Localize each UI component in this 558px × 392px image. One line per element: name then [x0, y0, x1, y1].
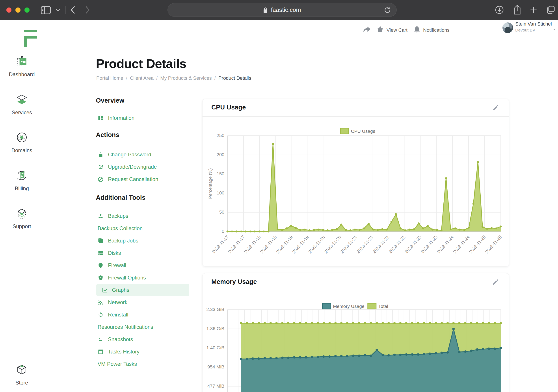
sidebar-item-store[interactable]: Store — [0, 363, 44, 386]
menu-item-information[interactable]: Information — [96, 112, 189, 124]
sync-icon — [98, 312, 104, 318]
svg-text:2023-11-23: 2023-11-23 — [404, 235, 422, 254]
copy-icon — [98, 238, 104, 244]
breadcrumb-product-details: Product Details — [218, 75, 251, 81]
view-cart-button[interactable]: View Cart — [387, 27, 408, 33]
page-title: Product Details — [96, 56, 186, 71]
window-close-button[interactable] — [6, 8, 11, 13]
memory-card-title: Memory Usage — [211, 278, 257, 285]
svg-text:250: 250 — [217, 133, 224, 138]
sidebar-item-services[interactable]: Services — [0, 93, 44, 116]
edit-pencil-icon[interactable] — [492, 279, 499, 286]
menu-item-label: Backup Jobs — [108, 238, 138, 244]
menu-item-label: Resources Notifications — [98, 324, 153, 330]
menu-item-network[interactable]: Network — [96, 296, 189, 308]
svg-text:954 MiB: 954 MiB — [207, 364, 224, 369]
downloads-icon[interactable] — [495, 6, 504, 14]
svg-text:100: 100 — [217, 190, 224, 195]
address-bar[interactable]: faastic.com — [167, 3, 397, 17]
menu-item-reinstall[interactable]: Reinstall — [96, 308, 189, 321]
sidebar-item-support[interactable]: Support — [0, 207, 44, 230]
breadcrumb: Portal Home/Client Area/My Products & Se… — [96, 75, 251, 81]
breadcrumb-my-products-services[interactable]: My Products & Services — [160, 75, 212, 81]
window-zoom-button[interactable] — [25, 8, 30, 13]
menu-item-snapshots[interactable]: Snapshots — [96, 333, 189, 346]
edit-pencil-icon[interactable] — [492, 104, 499, 111]
user-company: Devout BV — [515, 28, 535, 33]
user-name: Stein Van Stichel — [515, 21, 552, 27]
menu-heading-additional-tools: Additional Tools — [96, 194, 189, 203]
menu-item-firewall[interactable]: Firewall — [96, 259, 189, 272]
menu-item-graphs[interactable]: Graphs — [96, 284, 189, 296]
menu-item-change-password[interactable]: Change Password — [96, 148, 189, 161]
menu-item-label: Disks — [108, 250, 121, 256]
menu-item-request-cancellation[interactable]: Request Cancellation — [96, 173, 189, 185]
dashboard-icon — [15, 55, 28, 68]
user-menu-caret-icon[interactable] — [551, 26, 557, 33]
avatar[interactable] — [502, 22, 513, 33]
services-icon — [15, 93, 28, 106]
svg-text:2023-11-17: 2023-11-17 — [227, 235, 245, 254]
toolbar-divider — [65, 6, 66, 14]
sidebar-item-domains[interactable]: Domains — [0, 131, 44, 153]
app-header: View Cart Notifications Stein Van Stiche… — [44, 20, 558, 40]
menu-item-tasks-history[interactable]: Tasks History — [96, 346, 189, 358]
menu-item-disks[interactable]: Disks — [96, 247, 189, 259]
reload-icon[interactable] — [384, 6, 391, 14]
tab-overview-icon[interactable] — [546, 6, 555, 14]
svg-text:2023-11-19: 2023-11-19 — [291, 235, 310, 254]
sidebar-item-billing[interactable]: Billing — [0, 169, 44, 192]
lock-icon — [98, 152, 104, 158]
svg-text:2023-11-17: 2023-11-17 — [211, 235, 229, 254]
menu-item-backups[interactable]: Backups — [96, 210, 189, 222]
menu-item-label: Request Cancellation — [108, 176, 158, 182]
svg-text:2023-11-25: 2023-11-25 — [468, 235, 487, 254]
svg-text:1.40 GiB: 1.40 GiB — [207, 345, 224, 350]
back-icon[interactable] — [70, 6, 75, 14]
sidebar-toggle-icon[interactable] — [41, 6, 51, 14]
menu-item-label: Network — [108, 299, 127, 306]
lock-icon — [263, 7, 268, 13]
url-text: faastic.com — [271, 7, 301, 13]
cart-icon[interactable] — [376, 25, 384, 34]
upload-icon — [98, 213, 104, 219]
menu-item-label: Firewall Options — [108, 275, 146, 281]
domains-icon — [15, 131, 28, 144]
window-minimize-button[interactable] — [15, 8, 20, 13]
sidebar-item-dashboard[interactable]: Dashboard — [0, 55, 44, 77]
notifications-button[interactable]: Notifications — [423, 27, 450, 33]
menu-item-label: Snapshots — [108, 336, 133, 342]
menu-item-vm-power-tasks[interactable]: VM Power Tasks — [96, 358, 189, 370]
share-icon[interactable] — [513, 5, 521, 15]
new-tab-icon[interactable] — [530, 6, 537, 14]
svg-text:2023-11-20: 2023-11-20 — [307, 235, 326, 254]
sidebar-item-label: Billing — [0, 185, 44, 192]
breadcrumb-portal-home[interactable]: Portal Home — [96, 75, 123, 81]
store-icon — [15, 363, 28, 376]
menu-item-label: Backups Collection — [98, 225, 143, 231]
sidebar-item-label: Store — [0, 380, 44, 386]
menu-item-upgrade-downgrade[interactable]: Upgrade/Downgrade — [96, 161, 189, 173]
menu-item-backup-jobs[interactable]: Backup Jobs — [96, 235, 189, 247]
forward-arrow-icon[interactable] — [363, 26, 371, 34]
menu-heading-actions: Actions — [96, 131, 189, 140]
window-icon — [98, 349, 104, 355]
menu-item-firewall-options[interactable]: Firewall Options — [96, 272, 189, 284]
svg-text:2023-11-25: 2023-11-25 — [484, 235, 503, 254]
chevron-down-icon[interactable] — [56, 8, 60, 11]
menu-item-backups-collection[interactable]: Backups Collection — [96, 222, 189, 235]
svg-text:50: 50 — [219, 209, 224, 214]
menu-item-label: VM Power Tasks — [98, 361, 137, 367]
svg-text:2023-11-24: 2023-11-24 — [452, 235, 471, 254]
svg-text:CPU Usage: CPU Usage — [351, 129, 375, 134]
breadcrumb-separator: / — [126, 75, 127, 81]
breadcrumb-separator: / — [156, 75, 157, 81]
forward-icon[interactable] — [85, 6, 90, 14]
menu-item-resources-notifications[interactable]: Resources Notifications — [96, 321, 189, 333]
svg-text:2023-11-24: 2023-11-24 — [436, 235, 454, 254]
svg-text:2023-11-18: 2023-11-18 — [259, 235, 278, 254]
bell-icon[interactable] — [413, 25, 421, 34]
breadcrumb-client-area[interactable]: Client Area — [130, 75, 154, 81]
faastic-logo[interactable] — [22, 28, 37, 47]
cpu-usage-chart: 0501001502002502023-11-172023-11-172023-… — [207, 120, 506, 263]
